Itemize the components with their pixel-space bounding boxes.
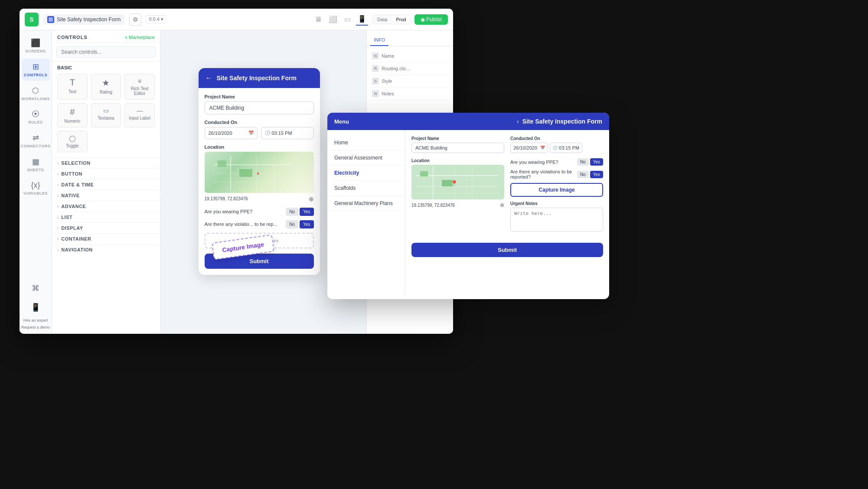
ppe-no-button[interactable]: No xyxy=(286,208,298,216)
data-tab[interactable]: Data xyxy=(373,15,392,24)
desktop-icon[interactable]: 🖥 xyxy=(313,14,323,25)
rp-item-routing[interactable]: R Routing clic... xyxy=(370,62,450,75)
sheets-icon: ▦ xyxy=(32,157,39,166)
chevron-button-icon: › xyxy=(57,172,59,176)
date-input[interactable]: 26/10/2020 📅 xyxy=(205,127,258,139)
sidebar-item-sheets[interactable]: ▦ SHEETS xyxy=(22,153,50,176)
sidebar-item-workflows[interactable]: ⬡ WORKFLOWS xyxy=(22,82,50,104)
hire-link[interactable]: Hire an expert xyxy=(23,318,48,323)
landscape-icon[interactable]: ▭ xyxy=(343,13,352,25)
category-advance[interactable]: › ADVANCE xyxy=(52,201,160,212)
sidebar-label-workflows: WORKFLOWS xyxy=(21,97,50,101)
time-input[interactable]: 🕐 03:15 PM xyxy=(261,127,314,139)
version-badge[interactable]: 0.0.4 ▾ xyxy=(146,15,166,23)
sidebar-item-connectors[interactable]: ⇌ CONNECTORS xyxy=(22,130,50,152)
small-back-button[interactable]: ← xyxy=(206,74,212,82)
tablet-icon[interactable]: ⬜ xyxy=(327,13,339,25)
rich-text-control-label: Rich Text Editor xyxy=(127,86,153,96)
marketplace-link[interactable]: + Marketplace xyxy=(125,35,155,40)
sidebar-item-extra[interactable]: ⌘ xyxy=(21,280,49,297)
clock-icon: 🕐 xyxy=(265,130,270,135)
mobile-small-icon: 📱 xyxy=(31,303,40,312)
lp-date-value: 26/10/2020 xyxy=(513,145,537,150)
sidebar-item-variables[interactable]: {x} VARIABLES xyxy=(22,177,50,199)
svg-rect-0 xyxy=(49,17,53,22)
category-selection[interactable]: › SELECTION xyxy=(52,157,160,168)
lp-back-button[interactable]: ‹ xyxy=(517,118,519,125)
lp-ppe-yes[interactable]: Yes xyxy=(590,158,603,166)
large-preview-header: Menu ‹ Site Safety Inspection Form xyxy=(327,113,609,130)
rp-name-label: Name xyxy=(382,53,394,59)
ppe-yes-button[interactable]: Yes xyxy=(300,208,313,216)
sidebar-item-rules[interactable]: ⦿ RULES xyxy=(22,106,50,128)
rp-item-name[interactable]: N Name xyxy=(370,50,450,62)
lp-violations-no[interactable]: No xyxy=(577,171,589,178)
control-numeric[interactable]: # Numeric xyxy=(57,103,88,127)
prod-tab[interactable]: Prod xyxy=(392,15,410,24)
lp-time-input[interactable]: 🕐 03:15 PM xyxy=(550,143,582,153)
tab-item[interactable]: Site Safety Inspection Form xyxy=(43,14,125,25)
nav-general-assessment[interactable]: General Assessment xyxy=(327,150,405,166)
nav-machinery[interactable]: General Machinery Plans xyxy=(327,196,405,211)
category-native[interactable]: › NATIVE xyxy=(52,190,160,201)
svg-text:📍: 📍 xyxy=(450,180,458,187)
sidebar-item-mobile[interactable]: 📱 xyxy=(21,299,49,316)
rp-item-style[interactable]: S Style xyxy=(370,75,450,88)
map-container: 📍 xyxy=(205,152,314,193)
lp-sidebar: Home General Assessment Electricity Scaf… xyxy=(327,130,405,295)
text-control-label: Text xyxy=(69,89,76,94)
chevron-native-icon: › xyxy=(57,193,59,198)
rp-item-notes[interactable]: N Notes xyxy=(370,88,450,100)
nav-scaffolds[interactable]: Scaffolds xyxy=(327,181,405,196)
textarea-control-label: Textarea xyxy=(98,116,114,121)
ppe-question-text: Are you wearing PPE? xyxy=(205,209,286,214)
category-button[interactable]: › BUTTON xyxy=(52,168,160,179)
lp-capture-button[interactable]: Capture Image xyxy=(510,183,603,197)
control-rating[interactable]: ★ Rating xyxy=(91,74,121,100)
category-date-time[interactable]: › DATE & TIME xyxy=(52,179,160,190)
lp-urgent-textarea[interactable] xyxy=(510,208,603,231)
lp-violations-yes[interactable]: Yes xyxy=(590,171,603,178)
sidebar-item-controls[interactable]: ⊞ CONTROLS xyxy=(22,59,50,81)
menu-button[interactable]: Menu xyxy=(334,118,349,125)
category-container[interactable]: › CONTAINER xyxy=(52,233,160,244)
mobile-icon[interactable]: 📱 xyxy=(356,13,368,26)
nav-electricity[interactable]: Electricity xyxy=(327,166,405,181)
gear-button[interactable]: ⚙ xyxy=(129,13,141,26)
lp-title-section: ‹ Site Safety Inspection Form xyxy=(517,118,602,125)
svg-rect-10 xyxy=(411,165,504,199)
text-control-icon: T xyxy=(70,78,75,88)
toggle-control-label: Toggle xyxy=(66,143,78,148)
demo-link[interactable]: Request a demo xyxy=(21,325,50,329)
category-navigation[interactable]: › NAVIGATION xyxy=(52,244,160,255)
control-input-label[interactable]: — Input Label xyxy=(124,103,155,127)
search-input[interactable] xyxy=(56,46,156,58)
coords-row: 19.135799, 72.823476 ⊕ xyxy=(205,196,314,202)
lp-top-row: Project Name Conducted On 26/10/2020 📅 🕐… xyxy=(411,136,603,153)
lp-ppe-no[interactable]: No xyxy=(577,158,589,166)
sidebar-item-screens[interactable]: ⬛ SCREENS xyxy=(22,35,50,57)
chevron-selection-icon: › xyxy=(57,161,59,166)
lp-project-input[interactable] xyxy=(411,143,504,153)
connectors-icon: ⇌ xyxy=(33,133,39,143)
project-name-input[interactable] xyxy=(205,101,314,114)
category-list[interactable]: › LIST xyxy=(52,212,160,222)
rp-style-label: Style xyxy=(382,78,392,84)
category-display[interactable]: › DISPLAY xyxy=(52,222,160,233)
control-rich-text[interactable]: ≡ Rich Text Editor xyxy=(124,74,155,100)
control-textarea[interactable]: ▭ Textarea xyxy=(91,103,121,127)
lp-project-label: Project Name xyxy=(411,136,504,141)
violations-yes-button[interactable]: Yes xyxy=(300,220,313,228)
lp-right-col: Are you wearing PPE? No Yes Are there an… xyxy=(510,158,603,233)
control-toggle[interactable]: ◯ Toggle xyxy=(57,131,88,152)
chevron-navigation-icon: › xyxy=(57,248,59,252)
lp-content: Home General Assessment Electricity Scaf… xyxy=(327,130,609,295)
info-tab[interactable]: INFO xyxy=(370,35,388,46)
control-text[interactable]: T Text xyxy=(57,74,88,100)
lp-submit-button[interactable]: Submit xyxy=(411,243,603,257)
preview-button[interactable]: ◉ Publist xyxy=(414,14,448,25)
device-icons: 🖥 ⬜ ▭ 📱 xyxy=(313,13,368,26)
lp-date-input[interactable]: 26/10/2020 📅 xyxy=(510,143,548,153)
violations-no-button[interactable]: No xyxy=(286,220,298,228)
nav-home[interactable]: Home xyxy=(327,135,405,150)
